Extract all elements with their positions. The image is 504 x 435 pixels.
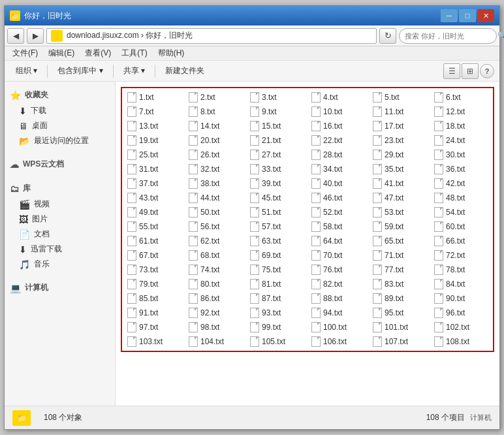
library-title[interactable]: 🗂 库	[5, 180, 115, 197]
list-item[interactable]: 6.txt	[432, 91, 490, 104]
list-item[interactable]: 106.txt	[309, 335, 368, 348]
list-item[interactable]: 107.txt	[370, 335, 429, 348]
list-item[interactable]: 36.txt	[432, 163, 490, 176]
forward-button[interactable]: ▶	[27, 28, 44, 44]
list-item[interactable]: 95.txt	[370, 306, 429, 319]
list-item[interactable]: 72.txt	[432, 249, 490, 262]
list-item[interactable]: 102.txt	[432, 321, 490, 334]
list-item[interactable]: 56.txt	[186, 220, 245, 233]
list-item[interactable]: 87.txt	[247, 292, 306, 305]
list-item[interactable]: 2.txt	[186, 91, 245, 104]
list-item[interactable]: 1.txt	[125, 91, 183, 104]
list-item[interactable]: 59.txt	[370, 220, 429, 233]
list-item[interactable]: 20.txt	[186, 134, 245, 147]
computer-title[interactable]: 💻 计算机	[5, 280, 115, 296]
list-item[interactable]: 53.txt	[370, 206, 429, 219]
list-item[interactable]: 23.txt	[370, 134, 429, 147]
list-item[interactable]: 67.txt	[125, 249, 183, 262]
list-item[interactable]: 103.txt	[125, 335, 183, 348]
list-item[interactable]: 92.txt	[186, 306, 245, 319]
list-item[interactable]: 3.txt	[247, 91, 306, 104]
list-item[interactable]: 86.txt	[186, 292, 245, 305]
list-item[interactable]: 104.txt	[186, 335, 245, 348]
list-item[interactable]: 77.txt	[370, 263, 429, 276]
list-item[interactable]: 14.txt	[186, 120, 245, 133]
list-item[interactable]: 43.txt	[125, 191, 183, 204]
list-item[interactable]: 4.txt	[309, 91, 368, 104]
menu-help[interactable]: 帮助(H)	[153, 46, 190, 60]
list-item[interactable]: 98.txt	[186, 321, 245, 334]
list-item[interactable]: 108.txt	[432, 335, 490, 348]
sidebar-item-music[interactable]: 🎵 音乐	[5, 257, 115, 272]
list-item[interactable]: 74.txt	[186, 263, 245, 276]
list-item[interactable]: 101.txt	[370, 321, 429, 334]
list-item[interactable]: 22.txt	[309, 134, 368, 147]
list-item[interactable]: 71.txt	[370, 249, 429, 262]
list-item[interactable]: 76.txt	[309, 263, 368, 276]
list-item[interactable]: 63.txt	[247, 234, 306, 248]
list-item[interactable]: 60.txt	[432, 220, 490, 233]
list-item[interactable]: 105.txt	[247, 335, 306, 348]
list-item[interactable]: 93.txt	[247, 306, 306, 319]
list-item[interactable]: 64.txt	[309, 234, 368, 248]
list-item[interactable]: 88.txt	[309, 292, 368, 305]
list-item[interactable]: 96.txt	[432, 306, 490, 319]
list-item[interactable]: 52.txt	[309, 206, 368, 219]
sidebar-item-download[interactable]: ⬇ 下载	[5, 103, 115, 118]
close-button[interactable]: ✕	[477, 9, 494, 22]
list-item[interactable]: 45.txt	[247, 191, 306, 204]
list-item[interactable]: 24.txt	[432, 134, 490, 147]
list-item[interactable]: 84.txt	[432, 278, 490, 291]
list-item[interactable]: 38.txt	[186, 177, 245, 190]
list-item[interactable]: 16.txt	[309, 120, 368, 133]
list-item[interactable]: 50.txt	[186, 206, 245, 219]
list-item[interactable]: 58.txt	[309, 220, 368, 233]
search-box[interactable]: 🔍	[399, 28, 497, 44]
list-item[interactable]: 100.txt	[309, 321, 368, 334]
list-item[interactable]: 39.txt	[247, 177, 306, 190]
list-item[interactable]: 54.txt	[432, 206, 490, 219]
menu-tools[interactable]: 工具(T)	[116, 46, 152, 60]
list-item[interactable]: 40.txt	[309, 177, 368, 190]
share-button[interactable]: 共享 ▾	[118, 63, 151, 79]
file-container[interactable]: 1.txt2.txt3.txt4.txt5.txt6.txt7.txt8.txt…	[116, 82, 499, 406]
list-item[interactable]: 21.txt	[247, 134, 306, 147]
list-item[interactable]: 25.txt	[125, 148, 183, 161]
list-item[interactable]: 82.txt	[309, 278, 368, 291]
list-item[interactable]: 17.txt	[370, 120, 429, 133]
sidebar-item-xunlei[interactable]: ⬇ 迅雷下载	[5, 242, 115, 257]
list-item[interactable]: 27.txt	[247, 148, 306, 161]
list-item[interactable]: 51.txt	[247, 206, 306, 219]
help-button[interactable]: ?	[480, 64, 494, 78]
list-item[interactable]: 37.txt	[125, 177, 183, 190]
list-item[interactable]: 35.txt	[370, 163, 429, 176]
list-item[interactable]: 81.txt	[247, 278, 306, 291]
refresh-button[interactable]: ↻	[379, 28, 396, 44]
sidebar-item-desktop[interactable]: 🖥 桌面	[5, 118, 115, 133]
search-input[interactable]	[405, 32, 495, 40]
list-item[interactable]: 46.txt	[309, 191, 368, 204]
list-item[interactable]: 11.txt	[370, 105, 429, 118]
sidebar-item-pictures[interactable]: 🖼 图片	[5, 212, 115, 227]
list-item[interactable]: 83.txt	[370, 278, 429, 291]
list-item[interactable]: 31.txt	[125, 163, 183, 176]
list-item[interactable]: 70.txt	[309, 249, 368, 262]
list-item[interactable]: 7.txt	[125, 105, 183, 118]
list-item[interactable]: 90.txt	[432, 292, 490, 305]
list-item[interactable]: 89.txt	[370, 292, 429, 305]
list-item[interactable]: 80.txt	[186, 278, 245, 291]
list-item[interactable]: 94.txt	[309, 306, 368, 319]
list-item[interactable]: 48.txt	[432, 191, 490, 204]
sidebar-item-documents[interactable]: 📄 文档	[5, 227, 115, 242]
menu-file[interactable]: 文件(F)	[7, 46, 43, 60]
list-item[interactable]: 79.txt	[125, 278, 183, 291]
list-item[interactable]: 34.txt	[309, 163, 368, 176]
list-item[interactable]: 10.txt	[309, 105, 368, 118]
list-item[interactable]: 62.txt	[186, 234, 245, 248]
list-item[interactable]: 15.txt	[247, 120, 306, 133]
list-item[interactable]: 73.txt	[125, 263, 183, 276]
address-field[interactable]: download.jisuxz.com › 你好，旧时光	[46, 28, 377, 44]
maximize-button[interactable]: □	[459, 9, 476, 22]
new-folder-button[interactable]: 新建文件夹	[159, 63, 210, 79]
list-item[interactable]: 9.txt	[247, 105, 306, 118]
